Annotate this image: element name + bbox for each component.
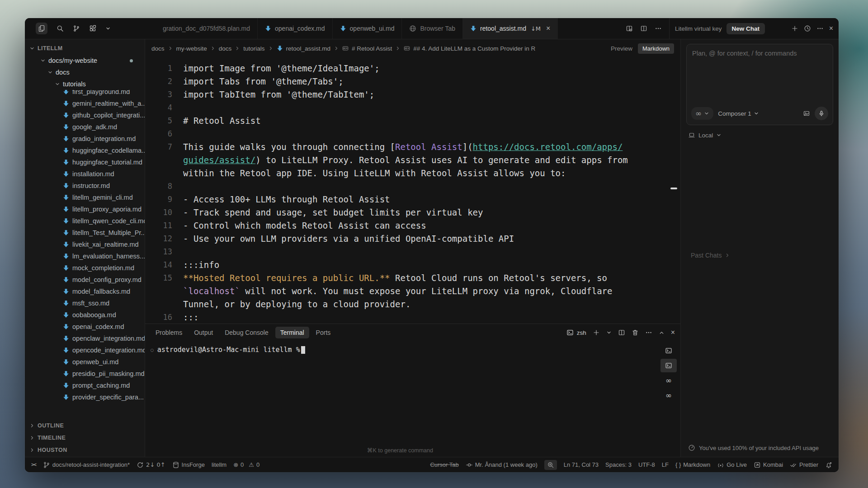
breadcrumb-item[interactable]: my-website [176,45,207,52]
status-go-live[interactable]: Go Live [717,461,747,469]
maximize-panel-button[interactable] [659,330,665,336]
status-eol[interactable]: LF [662,461,669,468]
environment-selector[interactable]: Local [686,125,833,145]
status-position[interactable]: Ln 71, Col 73 [564,461,599,468]
panel-tab-problems[interactable]: Problems [151,327,187,338]
folder-docs[interactable]: docs [25,66,145,78]
breadcrumb-item[interactable]: docs [151,45,165,52]
chat-tab-litellm-virtual-key[interactable]: Litellm virtual key [675,25,722,32]
chat-input[interactable]: Plan, @ for context, / for commands ∞ Co… [686,44,833,125]
terminal-session-infinity[interactable]: ∞ [660,374,677,387]
status-kombai[interactable]: Kombai [754,461,783,469]
file-model-config-proxy-md[interactable]: model_config_proxy.md [25,274,145,286]
preview-label[interactable]: Preview [611,45,632,52]
panel-tab-debug-console[interactable]: Debug Console [220,327,274,338]
file-litellm-proxy-aporia-md[interactable]: litellm_proxy_aporia.md [25,203,145,215]
file-gradio-integration-md[interactable]: gradio_integration.md [25,133,145,145]
tab-openai-codex-md[interactable]: openai_codex.md [258,18,333,39]
status-problems[interactable]: ⊗0⚠0 [233,461,259,468]
status-sync[interactable]: 2↓ 0↑ [137,461,165,469]
tab-browser-tab[interactable]: Browser Tab [402,18,463,39]
tab-openweb-ui-md[interactable]: openweb_ui.md [333,18,402,39]
files-icon[interactable] [36,23,47,34]
status-encoding[interactable]: UTF-8 [638,461,655,468]
terminal-session-terminal[interactable] [660,344,677,357]
sidebar-section-houston[interactable]: HOUSTON [25,444,145,456]
new-terminal-button[interactable] [593,329,600,336]
status-branch[interactable]: docs/retool-assist-integration* [43,461,130,469]
shell-label[interactable]: zsh [566,329,586,336]
status-cursor-tab[interactable]: Cursor Tab [430,461,458,468]
file-instructor-md[interactable]: instructor.md [25,180,145,192]
status-prettier[interactable]: Prettier [790,461,818,469]
terminal-more-button[interactable] [645,329,652,336]
markdown-mode-pill[interactable]: Markdown [638,43,674,54]
split-search-icon[interactable] [626,25,633,32]
split-icon[interactable] [640,25,647,32]
file-openai-codex-md[interactable]: openai_codex.md [25,321,145,333]
code-editor[interactable]: 1import Image from '@theme/IdealImage';2… [145,57,680,324]
terminal-content[interactable]: ○ astrodevil@Astro-Mac-mini litellm % [145,341,657,457]
plus-icon[interactable] [791,25,798,32]
file-lm-evaluation-harness-[interactable]: lm_evaluation_harness... [25,250,145,262]
tab-close-icon[interactable]: × [546,24,550,33]
past-chats-link[interactable]: Past Chats [691,252,730,259]
file-mock-completion-md[interactable]: mock_completion.md [25,262,145,274]
tab-retool-assist-md[interactable]: retool_assist.md↓M× [463,18,558,39]
status-insforge[interactable]: InsForge [172,461,205,469]
breadcrumb-item[interactable]: tutorials [243,45,264,52]
status-spaces[interactable]: Spaces: 3 [605,461,632,468]
search-icon[interactable] [57,25,64,32]
folder-tutorials[interactable]: tutorials [25,78,145,90]
file-opencode-integration-md[interactable]: opencode_integration.md [25,344,145,356]
status-project[interactable]: litellm [212,461,226,468]
status-remote[interactable]: >< [31,462,36,467]
more-icon[interactable] [655,25,662,32]
split-terminal-button[interactable] [618,329,625,336]
panel-tab-ports[interactable]: Ports [311,327,336,338]
voice-input-button[interactable] [815,107,828,120]
tree-root[interactable]: LITELLM [25,42,145,55]
file-openclaw-integration-md[interactable]: openclaw_integration.md [25,333,145,344]
file-livekit-xai-realtime-md[interactable]: livekit_xai_realtime.md [25,239,145,250]
chevron-down-icon[interactable] [105,26,111,31]
tab-gration-doc-d075fd58-plan-md[interactable]: gration_doc_d075fd58.plan.md [156,18,258,39]
sidebar-section-outline[interactable]: OUTLINE [25,419,145,432]
status-search-toggle[interactable] [544,460,557,470]
breadcrumb-item[interactable]: docs [219,45,232,52]
file-oobabooga-md[interactable]: oobabooga.md [25,309,145,321]
file-installation-md[interactable]: installation.md [25,168,145,180]
more-icon[interactable] [816,25,824,32]
file-msft-sso-md[interactable]: msft_sso.md [25,297,145,309]
folder-docs-my-website[interactable]: docs/my-website [25,55,145,66]
file-openweb-ui-md[interactable]: openweb_ui.md [25,356,145,368]
terminal-session-terminal[interactable] [660,359,677,372]
status-language[interactable]: { }Markdown [675,461,710,468]
file-litellm-gemini-cli-md[interactable]: litellm_gemini_cli.md [25,192,145,203]
close-panel-button[interactable]: × [671,329,675,336]
extensions-icon[interactable] [89,25,96,32]
kill-terminal-button[interactable] [632,329,639,336]
panel-tab-output[interactable]: Output [189,327,218,338]
file-prompt-caching-md[interactable]: prompt_caching.md [25,380,145,391]
clock-icon[interactable] [804,25,811,32]
file-first-playground-md[interactable]: first_playground.md [25,90,145,98]
file-litellm-test-multiple-pr-[interactable]: litellm_Test_Multiple_Pr... [25,227,145,239]
scrollbar-indicator[interactable] [670,188,677,189]
file-github-copilot-integrati-[interactable]: github_copilot_integrati... [25,109,145,121]
file-gemini-realtime-with-a-[interactable]: gemini_realtime_with_a... [25,98,145,109]
terminal-body[interactable]: ○ astrodevil@Astro-Mac-mini litellm % ⌘K… [145,341,680,457]
close-icon[interactable]: × [829,25,833,32]
status-notifications[interactable] [825,461,832,469]
sidebar-section-timeline[interactable]: TIMELINE [25,432,145,444]
file-provider-specific-para-[interactable]: provider_specific_para... [25,391,145,403]
status-blame[interactable]: Mr. Ånand (1 week ago) [466,461,538,469]
file-huggingface-tutorial-md[interactable]: huggingface_tutorial.md [25,156,145,168]
model-selector[interactable]: Composer 1 [718,110,759,117]
breadcrumb-anchor[interactable]: ## 4. Add LiteLLM as a Custom Provider i… [413,45,535,52]
source-control-icon[interactable] [73,25,80,32]
panel-tab-terminal[interactable]: Terminal [275,327,309,338]
chat-tab-new-chat[interactable]: New Chat [726,23,765,34]
agent-mode-pill[interactable]: ∞ [691,107,713,120]
terminal-dropdown[interactable] [606,330,612,335]
